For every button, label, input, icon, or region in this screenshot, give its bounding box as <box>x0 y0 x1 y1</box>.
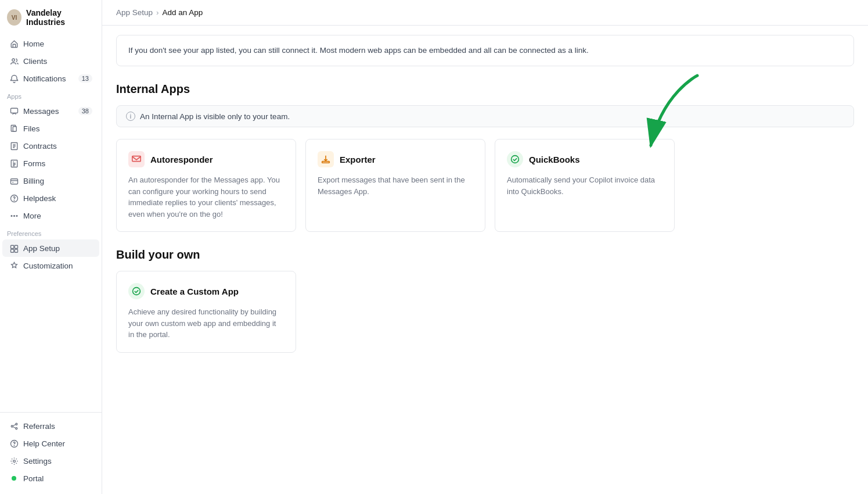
create-custom-desc: Achieve any desired functionality by bui… <box>128 306 284 341</box>
helpdesk-icon <box>9 194 19 203</box>
sidebar-item-referrals[interactable]: Referrals <box>2 417 99 435</box>
sidebar-item-clients-label: Clients <box>23 57 47 66</box>
sidebar-item-files[interactable]: Files <box>2 120 99 137</box>
sidebar-item-help-center-label: Help Center <box>23 439 65 448</box>
sidebar-item-contracts-label: Contracts <box>23 142 57 151</box>
exporter-desc: Export messages that have been sent in t… <box>318 174 473 197</box>
sidebar-item-clients[interactable]: Clients <box>2 52 99 70</box>
quickbooks-desc: Automatically send your Copilot invoice … <box>507 174 662 197</box>
sidebar-item-messages-label: Messages <box>23 107 59 116</box>
messages-badge: 38 <box>78 107 92 115</box>
top-info-text: If you don't see your app listed, you ca… <box>128 46 589 55</box>
internal-apps-info-banner: i An Internal App is visible only to you… <box>116 105 854 127</box>
exporter-icon <box>318 151 334 167</box>
sidebar-item-messages[interactable]: Messages 38 <box>2 102 99 120</box>
sidebar-bottom: Referrals Help Center Settings Portal <box>0 412 102 487</box>
messages-icon <box>9 106 19 116</box>
notifications-badge: 13 <box>78 74 92 83</box>
svg-point-18 <box>15 427 17 429</box>
internal-apps-heading: Internal Apps <box>116 83 854 96</box>
build-own-heading: Build your own <box>116 248 854 262</box>
sidebar-item-more[interactable]: More <box>2 207 99 224</box>
quickbooks-card[interactable]: QuickBooks Automatically send your Copil… <box>495 139 675 232</box>
breadcrumb-current: Add an App <box>163 8 203 17</box>
brand[interactable]: VI Vandelay Industries <box>0 0 102 35</box>
bell-icon <box>9 74 19 83</box>
svg-point-20 <box>14 445 15 446</box>
autoresponder-desc: An autoresponder for the Messages app. Y… <box>128 174 284 220</box>
autoresponder-card[interactable]: Autoresponder An autoresponder for the M… <box>116 139 296 232</box>
svg-point-23 <box>512 156 519 163</box>
sidebar: VI Vandelay Industries Home Clients Noti… <box>0 0 102 494</box>
svg-point-9 <box>11 215 12 216</box>
exporter-header: Exporter <box>318 151 473 167</box>
svg-point-10 <box>13 215 15 216</box>
forms-icon <box>9 159 19 168</box>
sidebar-item-portal-label: Portal <box>23 474 44 483</box>
settings-icon <box>9 456 19 466</box>
svg-point-16 <box>11 425 13 427</box>
top-info-card: If you don't see your app listed, you ca… <box>116 35 854 66</box>
apps-section-label: Apps <box>0 87 102 102</box>
svg-point-8 <box>14 200 15 201</box>
svg-rect-1 <box>10 108 17 113</box>
contracts-icon <box>9 141 19 151</box>
portal-dot-icon <box>9 474 19 483</box>
autoresponder-name: Autoresponder <box>150 155 213 164</box>
quickbooks-icon <box>507 151 523 167</box>
app-setup-icon <box>9 244 19 253</box>
sidebar-item-home[interactable]: Home <box>2 35 99 52</box>
billing-icon <box>9 176 19 185</box>
sidebar-item-helpdesk[interactable]: Helpdesk <box>2 189 99 207</box>
sidebar-item-notifications[interactable]: Notifications 13 <box>2 70 99 87</box>
preferences-section-label: Preferences <box>0 224 102 239</box>
svg-rect-3 <box>13 126 16 131</box>
quickbooks-header: QuickBooks <box>507 151 662 167</box>
svg-point-11 <box>16 215 17 216</box>
sidebar-item-app-setup-label: App Setup <box>23 244 60 253</box>
sidebar-item-help-center[interactable]: Help Center <box>2 435 99 452</box>
svg-rect-13 <box>15 245 17 248</box>
sidebar-item-forms-label: Forms <box>23 159 45 168</box>
sidebar-item-contracts[interactable]: Contracts <box>2 137 99 155</box>
brand-avatar: VI <box>7 9 21 26</box>
files-icon <box>9 124 19 133</box>
sidebar-item-settings[interactable]: Settings <box>2 452 99 470</box>
breadcrumb-parent[interactable]: App Setup <box>116 8 153 17</box>
exporter-name: Exporter <box>340 155 376 164</box>
home-icon <box>9 39 19 48</box>
internal-apps-info-text: An Internal App is visible only to your … <box>140 112 290 121</box>
sidebar-item-app-setup[interactable]: App Setup <box>2 239 99 257</box>
breadcrumb-separator: › <box>156 8 159 17</box>
svg-rect-14 <box>10 249 13 252</box>
sidebar-item-billing[interactable]: Billing <box>2 172 99 189</box>
create-custom-icon <box>128 283 145 299</box>
exporter-card[interactable]: Exporter Export messages that have been … <box>305 139 485 232</box>
sidebar-item-helpdesk-label: Helpdesk <box>23 194 56 203</box>
sidebar-item-forms[interactable]: Forms <box>2 155 99 172</box>
sidebar-item-portal[interactable]: Portal <box>2 470 99 487</box>
sidebar-item-notifications-label: Notifications <box>23 74 66 83</box>
svg-rect-12 <box>10 245 13 248</box>
content-area: If you don't see your app listed, you ca… <box>102 35 868 376</box>
svg-point-25 <box>133 288 141 295</box>
autoresponder-icon <box>128 151 145 167</box>
clients-icon <box>9 56 19 66</box>
help-icon <box>9 439 19 448</box>
sidebar-item-billing-label: Billing <box>23 177 44 185</box>
sidebar-item-settings-label: Settings <box>23 457 52 466</box>
sidebar-item-more-label: More <box>23 212 41 220</box>
customization-icon <box>9 261 19 270</box>
sidebar-item-home-label: Home <box>23 40 44 48</box>
create-custom-header: Create a Custom App <box>128 283 284 299</box>
brand-name: Vandelay Industries <box>26 8 95 27</box>
create-custom-card[interactable]: Create a Custom App Achieve any desired … <box>116 271 296 353</box>
svg-rect-6 <box>10 178 17 184</box>
svg-rect-22 <box>322 162 330 163</box>
sidebar-item-referrals-label: Referrals <box>23 422 55 431</box>
internal-apps-grid: Autoresponder An autoresponder for the M… <box>116 139 854 232</box>
svg-point-0 <box>12 59 15 62</box>
sidebar-item-customization[interactable]: Customization <box>2 257 99 274</box>
sidebar-item-files-label: Files <box>23 124 40 133</box>
referrals-icon <box>9 421 19 431</box>
